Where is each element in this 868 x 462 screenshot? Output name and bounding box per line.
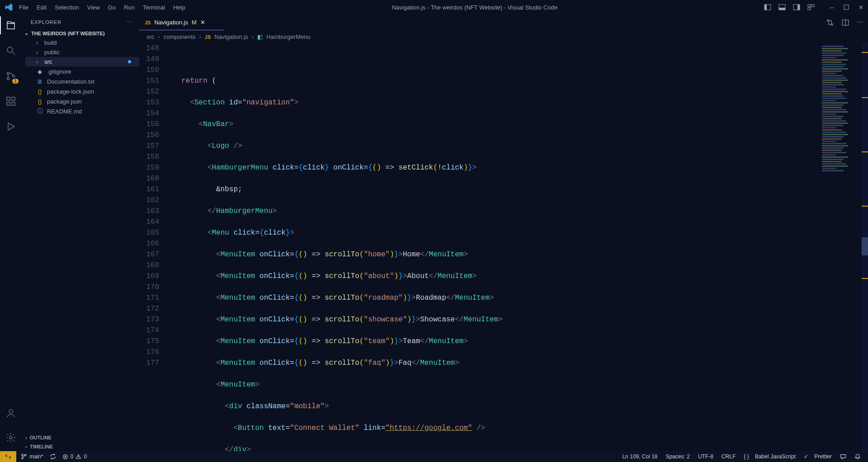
tree-file-packagelock[interactable]: {}package-lock.json [25, 86, 139, 96]
menu-edit[interactable]: Edit [37, 4, 47, 11]
menu-view[interactable]: View [87, 4, 100, 11]
tab-modified-flag: M [192, 19, 197, 26]
svg-point-12 [7, 78, 9, 80]
scm-badge: 1 [12, 79, 19, 84]
outline-section[interactable]: ›OUTLINE [22, 433, 139, 442]
status-prettier[interactable]: ✓ Prettier [804, 453, 832, 460]
js-file-icon: JS [205, 34, 211, 40]
minimap[interactable] [820, 43, 860, 451]
activity-search-icon[interactable] [5, 44, 17, 57]
menu-terminal[interactable]: Terminal [143, 4, 165, 11]
tab-bar: JS Navigation.js M ✕ ⋯ [139, 14, 868, 31]
tab-more-icon[interactable]: ⋯ [857, 19, 863, 27]
tab-navigationjs[interactable]: JS Navigation.js M ✕ [139, 14, 211, 30]
status-branch[interactable]: main* [21, 453, 43, 460]
tree-file-readme[interactable]: ⓘREADME.md [25, 106, 139, 116]
symbol-icon: ◧ [257, 33, 263, 40]
explorer-more-icon[interactable]: ⋯ [127, 19, 132, 25]
svg-point-20 [827, 19, 829, 21]
svg-rect-8 [808, 8, 811, 10]
vscode-logo-icon [4, 2, 14, 13]
js-file-icon: JS [145, 20, 151, 25]
tab-filename: Navigation.js [154, 19, 188, 26]
activity-scm-icon[interactable]: 1 [5, 70, 17, 82]
explorer-label: EXPLORER [31, 19, 61, 25]
menu-run[interactable]: Run [124, 4, 135, 11]
tree-file-package[interactable]: {}package.json [25, 96, 139, 106]
layout-panel-icon[interactable] [778, 4, 786, 11]
timeline-section[interactable]: ›TIMELINE [22, 442, 139, 451]
editor-area: JS Navigation.js M ✕ ⋯ src › components … [139, 14, 868, 451]
breadcrumb[interactable]: src › components › JS Navigation.js › ◧ … [139, 31, 868, 43]
menu-bar: File Edit Selection View Go Run Terminal… [19, 4, 185, 11]
svg-point-10 [7, 47, 13, 52]
compare-changes-icon[interactable] [826, 19, 834, 27]
file-tree: ›build ›public ›src ◆.gitignore 🗎Documen… [22, 38, 139, 116]
code-editor[interactable]: 148 149 150 151 152 153 154 155 156 157 … [139, 43, 868, 451]
tree-file-documentation[interactable]: 🗎Documentation.txt [25, 76, 139, 86]
status-spaces[interactable]: Spaces: 2 [666, 453, 690, 460]
svg-rect-6 [808, 5, 811, 7]
breadcrumb-components[interactable]: components [164, 33, 196, 40]
window-minimize-icon[interactable]: ─ [828, 4, 835, 11]
menu-selection[interactable]: Selection [55, 4, 79, 11]
status-encoding[interactable]: UTF-8 [698, 453, 713, 460]
svg-point-24 [22, 457, 24, 459]
scrollbar-thumb[interactable] [862, 237, 868, 255]
chevron-down-icon: ⌄ [24, 30, 28, 36]
activity-run-icon[interactable] [5, 120, 17, 133]
status-sync[interactable] [50, 453, 56, 460]
menu-file[interactable]: File [19, 4, 28, 11]
activity-explorer-icon[interactable] [5, 19, 17, 32]
code-content[interactable]: return ( <Section id="navigation"> <NavB… [164, 43, 868, 451]
activity-extensions-icon[interactable] [5, 95, 17, 108]
status-feedback-icon[interactable] [840, 453, 846, 460]
svg-rect-17 [12, 97, 15, 100]
status-cursor[interactable]: Ln 109, Col 18 [622, 453, 657, 460]
svg-point-19 [9, 436, 12, 439]
split-editor-icon[interactable] [841, 19, 849, 27]
tab-close-icon[interactable]: ✕ [200, 19, 205, 26]
window-maximize-icon[interactable] [843, 4, 850, 11]
status-eol[interactable]: CRLF [722, 453, 736, 460]
svg-rect-16 [12, 102, 15, 105]
svg-rect-7 [811, 5, 814, 7]
status-bar: main* 0 0 Ln 109, Col 18 Spaces: 2 UTF-8… [0, 451, 868, 462]
svg-point-18 [9, 410, 13, 413]
menu-help[interactable]: Help [173, 4, 185, 11]
tree-folder-build[interactable]: ›build [25, 38, 139, 47]
layout-customize-icon[interactable] [807, 4, 815, 11]
svg-rect-15 [7, 102, 10, 105]
modified-dot-icon [128, 60, 131, 63]
title-bar: File Edit Selection View Go Run Terminal… [0, 0, 868, 14]
breadcrumb-file[interactable]: Navigation.js [214, 33, 248, 40]
tree-folder-public[interactable]: ›public [25, 47, 139, 57]
svg-rect-1 [764, 5, 767, 10]
svg-rect-14 [7, 97, 10, 100]
folder-section-header[interactable]: ⌄ THE WEIRDOS (NFT WEBSITE) [22, 28, 139, 38]
folder-label: THE WEIRDOS (NFT WEBSITE) [31, 31, 105, 36]
activity-account-icon[interactable] [5, 407, 17, 420]
tree-file-gitignore[interactable]: ◆.gitignore [25, 66, 139, 76]
window-close-icon[interactable]: ✕ [857, 4, 864, 11]
svg-point-21 [831, 24, 833, 25]
menu-go[interactable]: Go [108, 4, 116, 11]
editor-scrollbar[interactable] [862, 43, 868, 451]
svg-point-13 [13, 75, 15, 77]
layout-secondary-icon[interactable] [793, 4, 800, 11]
status-bell-icon[interactable] [854, 453, 861, 460]
layout-primary-icon[interactable] [764, 4, 771, 11]
breadcrumb-symbol[interactable]: HamburgerMenu [266, 33, 311, 40]
activity-settings-icon[interactable] [5, 431, 17, 444]
remote-indicator[interactable] [0, 451, 16, 462]
window-title: Navigation.js - The weirdos (NFT Website… [185, 4, 764, 11]
svg-rect-3 [779, 8, 785, 10]
svg-rect-5 [797, 5, 800, 10]
tree-folder-src[interactable]: ›src [25, 57, 139, 66]
svg-point-11 [7, 72, 9, 75]
line-number-gutter: 148 149 150 151 152 153 154 155 156 157 … [139, 43, 164, 451]
status-language[interactable]: { } Babel JavaScript [744, 453, 796, 460]
status-problems[interactable]: 0 0 [62, 453, 87, 460]
sidebar-explorer: EXPLORER ⋯ ⌄ THE WEIRDOS (NFT WEBSITE) ›… [22, 14, 139, 451]
breadcrumb-src[interactable]: src [146, 33, 154, 40]
